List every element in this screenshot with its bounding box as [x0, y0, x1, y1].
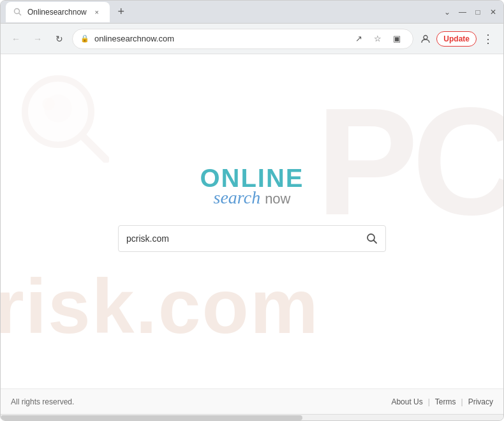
scrollbar-thumb[interactable]	[1, 415, 302, 420]
forward-button[interactable]: →	[29, 30, 47, 48]
logo-now-text: now	[265, 191, 290, 207]
browser-window: Onlinesearchnow × + ⌄ — □ ✕ ← → ↻ 🔒 onli…	[0, 0, 504, 421]
back-button[interactable]: ←	[7, 30, 25, 48]
address-input-wrap[interactable]: 🔒 onlinesearchnow.com ↗ ☆ ▣	[72, 29, 413, 49]
privacy-link[interactable]: Privacy	[468, 397, 493, 406]
update-button[interactable]: Update	[436, 31, 477, 47]
footer-links: About Us | Terms | Privacy	[391, 397, 493, 406]
scrollbar[interactable]	[1, 414, 503, 420]
logo-area: ONLINE search now	[200, 165, 304, 208]
window-controls: ⌄ — □ ✕	[442, 7, 498, 17]
tab-favicon	[13, 8, 22, 17]
chevron-down-icon[interactable]: ⌄	[442, 7, 452, 17]
main-content: ONLINE search now	[1, 54, 503, 388]
sidebar-icon[interactable]: ▣	[389, 31, 405, 47]
logo-online-text: ONLINE	[200, 165, 304, 191]
svg-point-0	[15, 8, 20, 13]
tab-close-button[interactable]: ×	[92, 7, 102, 17]
url-display: onlinesearchnow.com	[94, 34, 345, 43]
lock-icon: 🔒	[80, 34, 89, 43]
logo-search-now-text: search now	[200, 188, 304, 208]
terms-link[interactable]: Terms	[435, 397, 456, 406]
svg-line-8	[374, 240, 377, 244]
about-us-link[interactable]: About Us	[391, 397, 422, 406]
search-bar[interactable]	[118, 225, 386, 252]
menu-button[interactable]: ⋮	[479, 30, 497, 48]
maximize-button[interactable]: □	[473, 7, 483, 17]
copyright-text: All rights reserved.	[11, 397, 391, 406]
profile-icon[interactable]	[417, 31, 434, 47]
footer-sep-2: |	[461, 397, 463, 406]
footer: All rights reserved. About Us | Terms | …	[1, 388, 503, 414]
minimize-button[interactable]: —	[457, 7, 468, 17]
title-bar: Onlinesearchnow × + ⌄ — □ ✕	[1, 1, 503, 24]
page-content: PC risk.com ONLINE search now	[1, 54, 503, 414]
bookmark-icon[interactable]: ☆	[369, 31, 386, 47]
share-icon[interactable]: ↗	[350, 31, 367, 47]
toolbar-right: Update ⋮	[417, 30, 497, 48]
search-input[interactable]	[126, 233, 366, 244]
tab-strip: Onlinesearchnow × +	[6, 2, 440, 22]
active-tab[interactable]: Onlinesearchnow ×	[6, 2, 110, 22]
tab-title: Onlinesearchnow	[27, 8, 87, 17]
address-icons: ↗ ☆ ▣	[350, 31, 405, 47]
address-bar: ← → ↻ 🔒 onlinesearchnow.com ↗ ☆ ▣ Update…	[1, 24, 503, 54]
search-button[interactable]	[366, 233, 378, 244]
svg-line-1	[19, 13, 22, 15]
new-tab-button[interactable]: +	[112, 3, 130, 21]
footer-sep-1: |	[428, 397, 430, 406]
svg-point-2	[424, 35, 427, 39]
search-icon	[366, 233, 378, 244]
reload-button[interactable]: ↻	[50, 30, 68, 48]
logo-search-word: search	[214, 188, 261, 207]
close-button[interactable]: ✕	[488, 7, 498, 17]
